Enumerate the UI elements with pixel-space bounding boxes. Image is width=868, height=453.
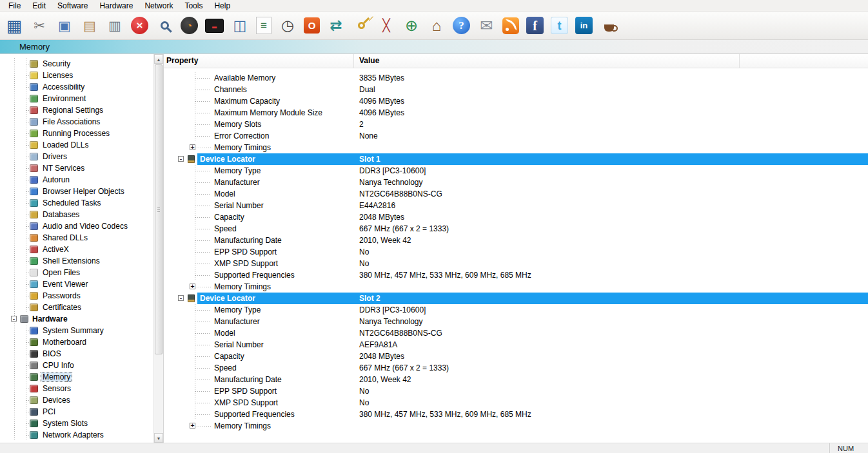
tools-icon[interactable]: ╳ — [377, 17, 395, 35]
sidebar-item-cpu-info[interactable]: CPU Info — [0, 360, 153, 371]
menu-hardware[interactable]: Hardware — [94, 1, 139, 11]
sidebar-item-event-viewer[interactable]: Event Viewer — [0, 278, 153, 290]
save-icon[interactable]: ▦ — [5, 17, 23, 35]
table-row[interactable]: - Device Locator Slot 1 — [164, 153, 868, 165]
rss-icon[interactable] — [502, 17, 519, 34]
twitter-icon[interactable]: t — [551, 17, 568, 34]
sidebar-item-certificates[interactable]: Certificates — [0, 302, 153, 313]
monitor-test-icon[interactable]: ▂ — [205, 19, 224, 33]
sidebar-item-autorun[interactable]: Autorun — [0, 174, 153, 186]
table-row[interactable]: Maximum Memory Module Size 4096 MBytes — [164, 107, 868, 119]
menu-help[interactable]: Help — [208, 1, 236, 11]
table-row[interactable]: Manufacturing Date 2010, Week 42 — [164, 235, 868, 246]
table-row[interactable]: Maximum Capacity 4096 MBytes — [164, 95, 868, 107]
table-row[interactable]: Supported Frequencies 380 MHz, 457 MHz, … — [164, 409, 868, 420]
table-row[interactable]: Available Memory 3835 MBytes — [164, 72, 868, 84]
row-expander[interactable]: + — [190, 423, 195, 429]
sidebar-item-browser-helper-objects[interactable]: Browser Helper Objects — [0, 186, 153, 197]
table-row[interactable]: Error Correction None — [164, 130, 868, 142]
copy-icon[interactable]: ▣ — [55, 17, 74, 35]
menu-network[interactable]: Network — [139, 1, 179, 11]
sidebar-item-databases[interactable]: Databases — [0, 209, 153, 220]
sidebar-item-loaded-dlls[interactable]: Loaded DLLs — [0, 139, 153, 151]
search-icon[interactable] — [155, 17, 173, 35]
table-row[interactable]: Speed 667 MHz (667 x 2 = 1333) — [164, 362, 868, 374]
table-row[interactable]: EPP SPD Support No — [164, 385, 868, 397]
sidebar-item-shell-extensions[interactable]: Shell Extensions — [0, 255, 153, 267]
row-expander[interactable]: + — [190, 144, 195, 150]
table-row[interactable]: + Memory Timings — [164, 142, 868, 153]
table-row[interactable]: Model NT2GC64B88B0NS-CG — [164, 188, 868, 200]
sidebar-item-security[interactable]: Security — [0, 58, 153, 70]
sidebar-item-bios[interactable]: BIOS — [0, 348, 153, 360]
refresh-icon[interactable]: ⇄ — [327, 17, 345, 35]
sidebar-item-environment[interactable]: Environment — [0, 93, 153, 104]
scroll-down-arrow[interactable]: ▼ — [154, 433, 163, 443]
column-header-value[interactable]: Value — [354, 54, 740, 68]
table-row[interactable]: Capacity 2048 MBytes — [164, 211, 868, 223]
table-row[interactable]: Model NT2GC64B88B0NS-CG — [164, 327, 868, 339]
table-row[interactable]: XMP SPD Support No — [164, 397, 868, 409]
network-computers-icon[interactable]: ◫ — [231, 17, 249, 35]
table-row[interactable]: Manufacturer Nanya Technology — [164, 316, 868, 327]
menu-edit[interactable]: Edit — [26, 1, 52, 11]
sidebar-item-motherboard[interactable]: Motherboard — [0, 336, 153, 348]
timer-icon[interactable]: ◷ — [279, 17, 297, 35]
facebook-icon[interactable]: f — [526, 17, 544, 34]
table-row[interactable]: - Device Locator Slot 2 — [164, 293, 868, 304]
row-expander[interactable]: - — [178, 156, 184, 162]
table-row[interactable]: Capacity 2048 MBytes — [164, 351, 868, 362]
sidebar-item-file-associations[interactable]: File Associations — [0, 116, 153, 128]
sidebar-item-open-files[interactable]: Open Files — [0, 267, 153, 278]
mail-icon[interactable]: ✉ — [477, 17, 495, 35]
gauge-icon[interactable]: ◔ — [181, 17, 198, 34]
sidebar-item-nt-services[interactable]: NT Services — [0, 162, 153, 174]
table-row[interactable]: Serial Number AEF9A81A — [164, 339, 868, 351]
sidebar-item-hardware[interactable]: - Hardware — [0, 313, 153, 325]
column-header-property[interactable]: Property — [164, 54, 354, 68]
sidebar-item-memory[interactable]: Memory — [0, 371, 153, 383]
cut-icon[interactable]: ✂ — [30, 17, 48, 35]
table-row[interactable]: EPP SPD Support No — [164, 246, 868, 258]
linkedin-icon[interactable]: in — [575, 17, 593, 34]
sidebar-item-pci[interactable]: PCI — [0, 406, 153, 418]
table-row[interactable]: Manufacturing Date 2010, Week 42 — [164, 374, 868, 385]
table-row[interactable]: Memory Type DDR3 [PC3-10600] — [164, 304, 868, 316]
sidebar-item-network-adapters[interactable]: Network Adapters — [0, 429, 153, 441]
table-row[interactable]: + Memory Timings — [164, 281, 868, 293]
sidebar-item-licenses[interactable]: Licenses — [0, 70, 153, 81]
sidebar-item-devices[interactable]: Devices — [0, 394, 153, 406]
sidebar-item-passwords[interactable]: Passwords — [0, 290, 153, 302]
report-icon[interactable]: ≡ — [256, 17, 271, 34]
coffee-icon[interactable] — [600, 17, 618, 35]
scroll-up-arrow[interactable]: ▲ — [154, 54, 163, 64]
scrollbar-thumb[interactable] — [155, 64, 163, 354]
web-tools-icon[interactable]: ⊕ — [402, 17, 420, 35]
sidebar-item-scheduled-tasks[interactable]: Scheduled Tasks — [0, 197, 153, 209]
menu-file[interactable]: File — [3, 1, 26, 11]
sidebar-item-system-summary[interactable]: System Summary — [0, 325, 153, 336]
sidebar-item-system-slots[interactable]: System Slots — [0, 418, 153, 429]
table-row[interactable]: Serial Number E44A2816 — [164, 200, 868, 211]
sidebar-item-accessibility[interactable]: Accessibility — [0, 81, 153, 93]
table-row[interactable]: Speed 667 MHz (667 x 2 = 1333) — [164, 223, 868, 235]
sidebar-item-activex[interactable]: ActiveX — [0, 244, 153, 255]
row-expander[interactable]: - — [178, 295, 184, 301]
paste-icon[interactable]: ▤ — [81, 17, 99, 35]
print-icon[interactable]: ▥ — [106, 17, 124, 35]
table-row[interactable]: Manufacturer Nanya Technology — [164, 177, 868, 188]
shutdown-timer-icon[interactable]: O — [304, 17, 320, 34]
sidebar-item-sensors[interactable]: Sensors — [0, 383, 153, 394]
table-row[interactable]: Channels Dual — [164, 84, 868, 95]
menu-software[interactable]: Software — [52, 1, 94, 11]
key-icon[interactable] — [352, 17, 370, 35]
table-row[interactable]: Supported Frequencies 380 MHz, 457 MHz, … — [164, 269, 868, 281]
sidebar-item-running-processes[interactable]: Running Processes — [0, 128, 153, 139]
sidebar-scrollbar[interactable]: ▲ ▼ — [153, 54, 163, 443]
table-row[interactable]: Memory Slots 2 — [164, 119, 868, 130]
sidebar-item-shared-dlls[interactable]: Shared DLLs — [0, 232, 153, 244]
sidebar-item-regional-settings[interactable]: Regional Settings — [0, 104, 153, 116]
table-row[interactable]: Memory Type DDR3 [PC3-10600] — [164, 165, 868, 177]
help-icon[interactable]: ? — [453, 17, 470, 34]
row-expander[interactable]: + — [190, 284, 195, 289]
